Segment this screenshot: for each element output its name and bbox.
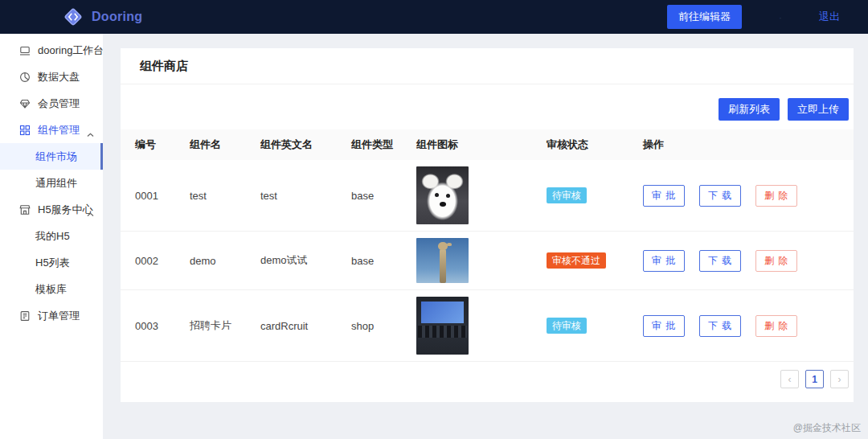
delete-button[interactable]: 删 除 — [755, 185, 797, 207]
approve-button[interactable]: 审 批 — [643, 315, 685, 337]
col-header-actions: 操作 — [628, 129, 854, 160]
page-title: 组件商店 — [121, 48, 854, 84]
cell-id: 0002 — [121, 232, 175, 290]
pagination-prev-button[interactable]: ‹ — [780, 370, 799, 388]
chevron-up-icon — [87, 128, 94, 140]
cell-en-name: demo试试 — [246, 232, 337, 290]
nav-username: · — [764, 11, 796, 23]
cell-type: shop — [337, 290, 402, 362]
cell-name: demo — [175, 232, 246, 290]
dooring-logo-icon — [61, 5, 85, 29]
col-header-icon: 组件图标 — [402, 129, 532, 160]
appstore-icon — [19, 125, 31, 136]
col-header-en-name: 组件英文名 — [246, 129, 337, 160]
desktop-icon — [19, 45, 31, 56]
shop-icon — [19, 204, 31, 215]
brand-title: Dooring — [92, 10, 142, 24]
cell-type: base — [337, 232, 402, 290]
col-header-id: 编号 — [121, 129, 175, 160]
table-row: 0003 招聘卡片 cardRcruit shop 待审核 审 批 下 载 删 … — [121, 290, 854, 362]
meeting-photo — [416, 297, 469, 355]
upload-now-button[interactable]: 立即上传 — [788, 98, 849, 121]
col-header-status: 审核状态 — [532, 129, 628, 160]
cell-name: 招聘卡片 — [175, 290, 246, 362]
statue-photo — [416, 238, 469, 283]
approve-button[interactable]: 审 批 — [643, 250, 685, 272]
sidebar-item-order-management[interactable]: 订单管理 — [0, 302, 103, 329]
sidebar-item-common-components[interactable]: 通用组件 — [0, 170, 103, 196]
sidebar-item-workbench[interactable]: dooring工作台 — [0, 37, 103, 64]
order-icon — [19, 310, 31, 322]
components-table: 编号 组件名 组件英文名 组件类型 组件图标 审核状态 操作 0001 test… — [121, 129, 854, 362]
pie-chart-icon — [19, 72, 31, 83]
delete-button[interactable]: 删 除 — [755, 250, 797, 272]
juejin-watermark: @掘金技术社区 — [793, 421, 861, 435]
pagination-page-1[interactable]: 1 — [805, 370, 824, 388]
table-header-row: 编号 组件名 组件英文名 组件类型 组件图标 审核状态 操作 — [121, 129, 854, 160]
table-row: 0002 demo demo试试 base 审核不通过 审 批 下 载 删 除 — [121, 232, 854, 290]
gem-icon — [19, 98, 31, 109]
component-store-card: 组件商店 刷新列表 立即上传 编号 组件名 组件英文名 组件类型 组件图标 审核… — [121, 48, 854, 402]
table-row: 0001 test test base 待审核 审 批 下 载 删 除 — [121, 160, 854, 232]
cell-en-name: cardRcruit — [246, 290, 337, 362]
status-badge: 待审核 — [547, 187, 587, 203]
cell-id: 0001 — [121, 160, 175, 232]
sidebar-item-my-h5[interactable]: 我的H5 — [0, 223, 103, 249]
chevron-up-icon — [87, 207, 94, 220]
cell-en-name: test — [246, 160, 337, 232]
sidebar-item-component-market[interactable]: 组件市场 — [0, 143, 103, 170]
cell-name: test — [175, 160, 246, 232]
main-content: 组件商店 刷新列表 立即上传 编号 组件名 组件英文名 组件类型 组件图标 审核… — [103, 34, 868, 439]
approve-button[interactable]: 审 批 — [643, 185, 685, 207]
logout-link[interactable]: 退出 — [819, 10, 840, 24]
cell-type: base — [337, 160, 402, 232]
toolbar: 刷新列表 立即上传 — [121, 84, 854, 129]
delete-button[interactable]: 删 除 — [755, 315, 797, 337]
dooring-brand[interactable]: Dooring — [61, 5, 142, 29]
sidebar-item-data-dashboard[interactable]: 数据大盘 — [0, 64, 103, 90]
pagination-next-button[interactable]: › — [830, 370, 849, 388]
pagination: ‹ 1 › — [121, 362, 854, 396]
download-button[interactable]: 下 载 — [699, 185, 741, 207]
cell-id: 0003 — [121, 290, 175, 362]
refresh-list-button[interactable]: 刷新列表 — [719, 98, 780, 121]
sidebar-item-component-management[interactable]: 组件管理 — [0, 117, 103, 143]
go-to-editor-button[interactable]: 前往编辑器 — [667, 5, 742, 29]
sidebar-item-h5-list[interactable]: H5列表 — [0, 249, 103, 276]
download-button[interactable]: 下 载 — [699, 315, 741, 337]
sidebar-item-template-library[interactable]: 模板库 — [0, 276, 103, 302]
col-header-name: 组件名 — [175, 129, 246, 160]
sidebar-item-h5-service-center[interactable]: H5服务中心 — [0, 196, 103, 223]
sidebar-item-member-management[interactable]: 会员管理 — [0, 90, 103, 117]
sidebar-menu: dooring工作台 数据大盘 会员管理 组件管理 组件市场 — [0, 34, 103, 439]
samoyed-dog-photo — [416, 166, 469, 224]
top-navbar: Dooring 前往编辑器 · 退出 — [0, 0, 868, 34]
download-button[interactable]: 下 载 — [699, 250, 741, 272]
status-badge: 审核不通过 — [547, 252, 606, 269]
status-badge: 待审核 — [547, 318, 587, 334]
col-header-type: 组件类型 — [337, 129, 402, 160]
